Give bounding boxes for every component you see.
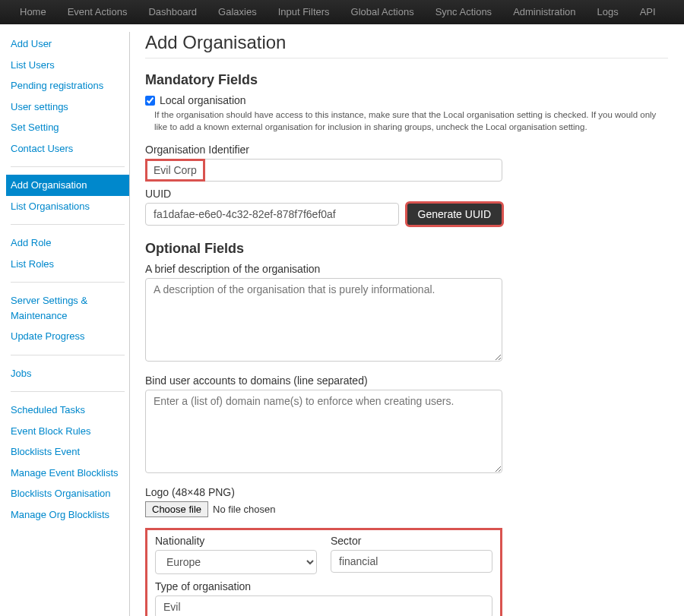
uuid-input[interactable] [145,203,399,226]
sidebar-item-list-users[interactable]: List Users [6,55,129,76]
topnav-sync-actions[interactable]: Sync Actions [425,0,502,24]
file-status-text: No file chosen [213,504,275,515]
sidebar-item-add-organisation[interactable]: Add Organisation [6,175,129,196]
sidebar-item-list-organisations[interactable]: List Organisations [6,196,129,217]
top-nav: HomeEvent ActionsDashboardGalaxiesInput … [0,0,684,24]
topnav-dashboard[interactable]: Dashboard [138,0,207,24]
sidebar-item-scheduled-tasks[interactable]: Scheduled Tasks [6,400,129,421]
page-title: Add Organisation [145,32,668,53]
sidebar-item-pending-registrations[interactable]: Pending registrations [6,75,129,96]
bind-domains-textarea[interactable] [145,390,502,473]
sidebar-item-add-role[interactable]: Add Role [6,232,129,254]
sidebar-item-blocklists-event[interactable]: Blocklists Event [6,441,129,463]
topnav-api[interactable]: API [629,0,667,24]
sidebar-item-event-block-rules[interactable]: Event Block Rules [6,421,129,442]
description-label: A brief description of the organisation [145,263,668,275]
choose-file-button[interactable]: Choose file [145,501,208,517]
topnav-global-actions[interactable]: Global Actions [340,0,425,24]
local-org-help-text: If the organisation should have access t… [154,109,668,133]
type-of-organisation-label: Type of organisation [155,580,492,592]
uuid-label: UUID [145,188,668,200]
sector-input[interactable] [331,550,492,573]
sidebar-item-user-settings[interactable]: User settings [6,96,129,118]
sector-label: Sector [331,535,492,547]
sidebar-item-add-user[interactable]: Add User [6,33,129,55]
org-identifier-input[interactable] [145,159,502,182]
sidebar: Add UserList UsersPending registrationsU… [0,24,129,616]
nationality-select[interactable]: Europe [155,550,317,574]
main-content: Add Organisation Mandatory Fields Local … [136,24,683,616]
topnav-input-filters[interactable]: Input Filters [268,0,340,24]
sidebar-item-jobs[interactable]: Jobs [6,363,129,384]
mandatory-fields-heading: Mandatory Fields [145,72,668,88]
topnav-administration[interactable]: Administration [502,0,586,24]
description-textarea[interactable] [145,278,502,362]
sidebar-item-manage-event-blocklists[interactable]: Manage Event Blocklists [6,463,129,484]
sidebar-item-update-progress[interactable]: Update Progress [6,326,129,347]
topnav-event-actions[interactable]: Event Actions [57,0,138,24]
bind-domains-label: Bind user accounts to domains (line sepa… [145,374,668,387]
sidebar-item-blocklists-organisation[interactable]: Blocklists Organisation [6,483,129,504]
type-of-organisation-input[interactable] [155,595,492,616]
org-identifier-label: Organisation Identifier [145,144,668,156]
topnav-galaxies[interactable]: Galaxies [207,0,268,24]
sidebar-item-server-settings-maintenance[interactable]: Server Settings & Maintenance [6,290,129,326]
sidebar-item-set-setting[interactable]: Set Setting [6,117,129,138]
local-organisation-checkbox[interactable] [145,96,155,106]
nationality-label: Nationality [155,535,317,547]
sidebar-item-contact-users[interactable]: Contact Users [6,138,129,160]
local-organisation-label: Local organisation [160,94,246,106]
sidebar-item-manage-org-blocklists[interactable]: Manage Org Blocklists [6,504,129,526]
topnav-logs[interactable]: Logs [587,0,629,24]
logo-label: Logo (48×48 PNG) [145,486,668,498]
optional-fields-heading: Optional Fields [145,241,668,257]
topnav-home[interactable]: Home [9,0,57,24]
sidebar-item-list-roles[interactable]: List Roles [6,254,129,275]
generate-uuid-button[interactable]: Generate UUID [407,203,502,226]
